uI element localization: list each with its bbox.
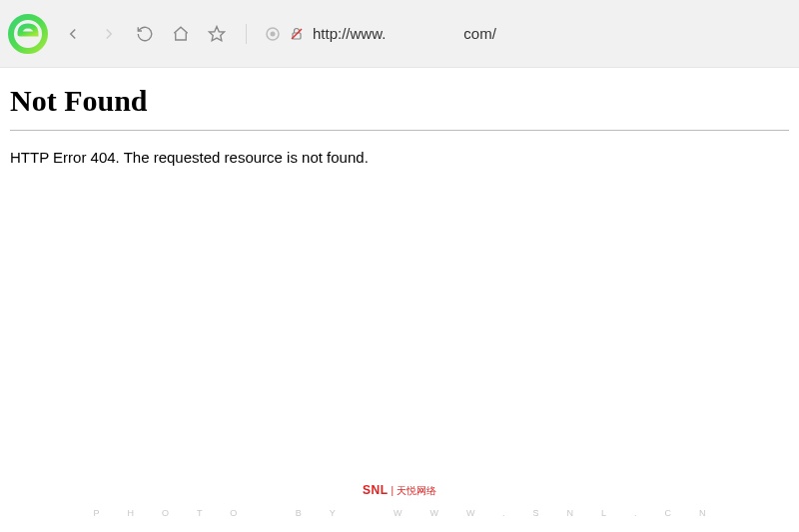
error-title: Not Found xyxy=(10,84,789,118)
home-button[interactable] xyxy=(170,23,192,45)
url-suffix: com/ xyxy=(463,25,496,42)
site-identity-icon xyxy=(265,26,281,42)
reload-button[interactable] xyxy=(134,23,156,45)
brand-main: SNL xyxy=(363,483,389,497)
divider xyxy=(10,130,789,131)
svg-point-3 xyxy=(271,31,276,36)
svg-marker-1 xyxy=(210,26,225,40)
url-text: http://www.com/ xyxy=(313,25,496,42)
watermark-brand: SNL| 天悦网络 xyxy=(0,483,799,498)
brand-sub: | 天悦网络 xyxy=(392,485,436,496)
error-message: HTTP Error 404. The requested resource i… xyxy=(10,149,789,166)
browser-logo xyxy=(8,14,48,54)
url-prefix: http://www. xyxy=(313,25,386,42)
back-button[interactable] xyxy=(62,23,84,45)
forward-button[interactable] xyxy=(98,23,120,45)
address-bar[interactable]: http://www.com/ xyxy=(265,25,791,42)
favorite-button[interactable] xyxy=(206,23,228,45)
watermark-footer: SNL| 天悦网络 PHOTO BY WWW.SNL.CN xyxy=(0,483,799,518)
security-lock-icon xyxy=(289,26,305,42)
toolbar-separator xyxy=(246,24,247,44)
browser-toolbar: http://www.com/ xyxy=(0,0,799,68)
page-content: Not Found HTTP Error 404. The requested … xyxy=(0,68,799,176)
watermark-letters: PHOTO BY WWW.SNL.CN xyxy=(0,508,799,518)
